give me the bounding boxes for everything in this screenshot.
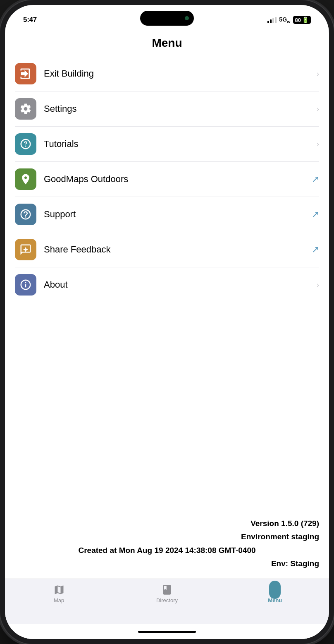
exit-building-chevron: › [317,70,319,78]
support-icon-bg [15,204,36,225]
content-area: Menu Exit Building › [5,28,329,579]
settings-icon [19,103,32,115]
battery-container: 80 🔋 [293,16,311,24]
tutorials-label: Tutorials [44,139,309,149]
home-bar [138,631,196,633]
battery-icon: 🔋 [302,17,309,23]
about-icon [19,279,32,291]
status-bar: 5:47 5GW 80 🔋 [5,5,329,28]
support-external-icon: ↗︎ [312,209,319,220]
tutorials-chevron: › [317,140,319,149]
tutorials-icon [19,138,32,150]
page-title: Menu [5,28,329,56]
menu-item-about[interactable]: About › [15,267,319,302]
exit-building-label: Exit Building [44,68,309,79]
share-feedback-external-icon: ↗︎ [312,244,319,255]
exit-building-icon-bg [15,63,36,84]
settings-chevron: › [317,105,319,113]
tab-menu-icon [269,584,281,596]
tab-menu-icon-container [269,581,281,599]
menu-item-tutorials[interactable]: Tutorials › [15,127,319,162]
tab-map[interactable]: Map [43,584,76,603]
version-environment: Environment staging [15,531,319,543]
menu-item-exit-building[interactable]: Exit Building › [15,56,319,91]
network-label: 5GW [279,16,290,24]
exit-building-icon [19,67,32,80]
menu-item-goodmaps-outdoors[interactable]: GoodMaps Outdoors ↗︎ [15,162,319,197]
battery-level: 80 [295,17,301,23]
signal-bar-2 [270,19,272,23]
menu-item-settings[interactable]: Settings › [15,91,319,127]
goodmaps-outdoors-icon-bg [15,168,36,190]
signal-bar-1 [267,21,269,23]
menu-item-share-feedback[interactable]: Share Feedback ↗︎ [15,232,319,267]
version-created: Created at Mon Aug 19 2024 14:38:08 GMT-… [15,545,319,556]
tab-directory-icon [161,584,173,596]
support-icon [19,208,32,221]
share-feedback-icon [19,243,32,256]
tab-map-label: Map [54,597,64,603]
goodmaps-outdoors-label: GoodMaps Outdoors [44,174,304,185]
tab-directory[interactable]: Directory [150,584,184,603]
settings-icon-bg [15,98,36,120]
support-label: Support [44,209,304,220]
signal-bars [267,17,277,23]
tab-bar: Map Directory Menu [5,579,329,624]
menu-item-support[interactable]: Support ↗︎ [15,197,319,232]
about-chevron: › [317,281,319,289]
signal-bar-3 [272,18,274,23]
dynamic-island [140,11,194,26]
menu-list: Exit Building › Settings › [5,56,329,508]
tab-menu-label: Menu [268,597,282,603]
version-env: Env: Staging [15,558,319,570]
settings-label: Settings [44,103,309,114]
home-indicator [5,624,329,639]
share-feedback-label: Share Feedback [44,244,304,255]
dynamic-island-dot [185,16,189,20]
signal-bar-4 [275,17,277,23]
tab-directory-label: Directory [156,597,178,603]
goodmaps-outdoors-icon [19,173,32,185]
version-info: Version 1.5.0 (729) Environment staging … [5,508,329,579]
version-number: Version 1.5.0 (729) [15,518,319,529]
status-time: 5:47 [23,16,37,24]
about-icon-bg [15,274,36,296]
tab-menu[interactable]: Menu [258,584,291,603]
about-label: About [44,279,309,290]
share-feedback-icon-bg [15,239,36,260]
tab-map-icon [53,584,65,596]
phone-screen: 5:47 5GW 80 🔋 Menu [5,5,329,639]
goodmaps-outdoors-external-icon: ↗︎ [312,174,319,185]
tutorials-icon-bg [15,133,36,155]
status-right: 5GW 80 🔋 [267,16,311,24]
phone-frame: 5:47 5GW 80 🔋 Menu [0,0,334,644]
